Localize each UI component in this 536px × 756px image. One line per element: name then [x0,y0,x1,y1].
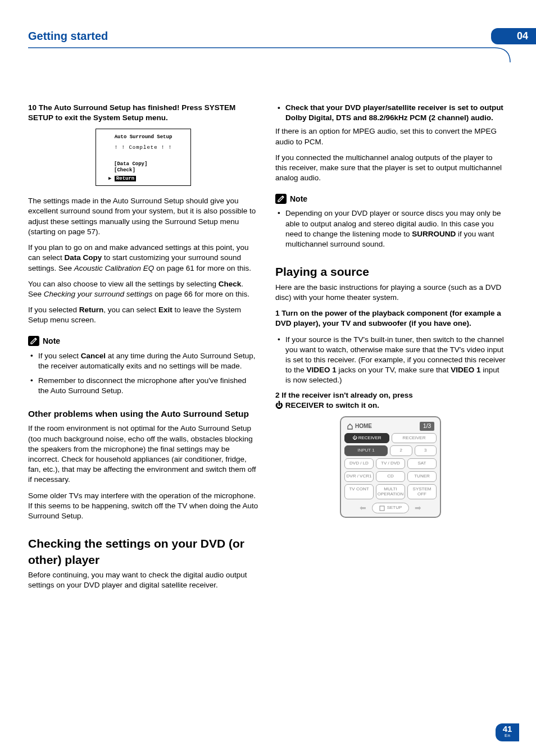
note-header-left: Note [28,336,258,347]
step-1: 1 Turn on the power of the playback comp… [275,308,506,329]
txt: RECEIVER to switch it on. [283,401,379,409]
remote-tuner: TUNER [407,471,437,482]
txt: jacks on your TV, make sure that [337,366,451,374]
step-2: 2 If the receiver isn't already on, pres… [275,390,506,411]
left-column: 10 The Auto Surround Setup has finished!… [28,103,258,596]
remote-input-label: INPUT 1 [344,445,388,456]
txt-ital: Acoustic Calibration EQ [74,264,155,272]
remote-receiver-off: RECEIVER [392,433,437,444]
left-notes: If you select Cancel at any time during … [28,351,258,397]
power-icon: ⏻ [275,401,283,409]
page-badge: 41 En [496,723,519,741]
remote-row: TV CONT MULTI OPERATION SYSTEM OFF [344,484,437,500]
txt: If you select [38,352,81,360]
left-h2: Checking the settings on your DVD (or ot… [28,536,258,568]
remote-n2: 2 [390,445,412,456]
left-p4: If you selected Return, you can select E… [28,305,258,325]
txt-bold: Return [79,306,104,314]
txt: 2 If the receiver isn't already on, pres… [275,391,413,399]
section-title: Getting started [28,30,108,43]
remote-row: DVD / LD TV / DVD SAT [344,458,437,469]
txt: , you can select [103,306,158,314]
txt: on page 66 for more on this. [152,290,249,298]
arrow-right-icon: ➡ [415,503,421,513]
osd-opt1: [Data Copy] [96,161,190,168]
right-column: Check that your DVD player/satellite rec… [275,103,506,596]
remote-multi: MULTI OPERATION [376,484,405,500]
rule-curve-icon [22,47,517,63]
remote-bottom: ⬅ SETUP ➡ [344,502,437,513]
txt-ital: Checking your surround settings [44,290,153,298]
left-p1: The settings made in the Auto Surround S… [28,196,258,237]
osd-title: Auto Surround Setup [96,134,190,140]
txt: You can also choose to view all the sett… [28,280,219,288]
txt-bold: Check [219,280,242,288]
note-item: Remember to disconnect the microphone af… [38,376,258,396]
arrow-left-icon: ⬅ [360,503,366,513]
columns: 10 The Auto Surround Setup has finished!… [28,103,508,596]
page-lang: En [496,733,519,738]
remote-row: INPUT 1 2 3 [344,445,437,456]
right-h2: Playing a source [275,264,506,280]
chapter-badge: 04 [491,28,536,44]
osd-return-arrow: ▶ [108,176,111,181]
left-p2: If you plan to go on and make advanced s… [28,243,258,274]
right-p1: If there is an option for MPEG audio, se… [275,126,506,147]
txt-bold: SURROUND [412,230,456,238]
osd-return-row: ▶ Return [96,175,190,182]
left-p5: If the room environment is not optimal f… [28,423,258,485]
remote-dvr: DVR / VCR1 [344,471,374,482]
remote-n3: 3 [415,445,437,456]
note-header-right: Note [275,194,506,204]
txt: RECEIVER [403,435,426,440]
osd-return: Return [115,176,136,181]
right-notes: Depending on your DVD player or source d… [275,208,506,249]
remote-tvcont: TV CONT [344,484,374,500]
osd-panel: Auto Surround Setup ! ! Complete ! ! [Da… [96,129,191,186]
remote-row: DVR / VCR1 CD TUNER [344,471,437,482]
remote-page: 1/3 [420,422,434,431]
txt-bold: Exit [158,306,172,314]
note-item: Depending on your DVD player or source d… [285,208,506,249]
txt: If you selected [28,306,79,314]
remote-graphic: HOME 1/3 ⏻ RECEIVER RECEIVER INPUT 1 2 3 [340,416,441,518]
remote-tv: TV / DVD [376,458,405,469]
svg-rect-0 [380,506,384,511]
txt: SETUP [387,505,402,511]
txt-bold: Data Copy [65,253,102,262]
header-rule [28,47,508,63]
right-b1: Check that your DVD player/satellite rec… [275,103,506,123]
osd-complete: ! ! Complete ! ! [96,144,190,151]
remote-sat: SAT [407,458,437,469]
txt: on page 61 for more on this. [154,264,251,272]
page-number: 41 [496,725,519,733]
remote-top-row: HOME 1/3 [344,421,437,433]
remote-dvd: DVD / LD [344,458,374,469]
txt-bold: VIDEO 1 [307,366,337,374]
header-row: Getting started 04 [28,28,508,44]
right-p2: If you connected the multichannel analog… [275,153,506,184]
left-p7: Before continuing, you may want to check… [28,570,258,590]
note-label: Note [43,336,60,347]
home-icon: HOME [347,422,372,430]
left-p3: You can also choose to view all the sett… [28,279,258,299]
note-label: Note [290,194,307,204]
note-item: If you select Cancel at any time during … [38,351,258,371]
txt: RECEIVER [358,435,381,440]
step1-sub: If your source is the TV's built-in tune… [275,335,506,386]
remote-setup: SETUP [372,503,410,513]
osd-opt2: [Check] [96,167,190,174]
setup-icon [379,505,385,511]
power-icon: ⏻ [352,435,358,440]
remote-sysoff: SYSTEM OFF [407,484,437,500]
left-h3: Other problems when using the Auto Surro… [28,408,258,420]
remote-home-label: HOME [355,422,372,430]
step-10: 10 The Auto Surround Setup has finished!… [28,103,258,123]
remote-frame: HOME 1/3 ⏻ RECEIVER RECEIVER INPUT 1 2 3 [340,416,441,518]
left-p6: Some older TVs may interfere with the op… [28,491,258,522]
page: Getting started 04 10 The Auto Surround … [0,0,536,756]
remote-cd: CD [376,471,405,482]
remote-receiver-on: ⏻ RECEIVER [344,433,389,444]
right-p3: Here are the basic instructions for play… [275,283,506,303]
txt-bold: Cancel [81,352,106,360]
